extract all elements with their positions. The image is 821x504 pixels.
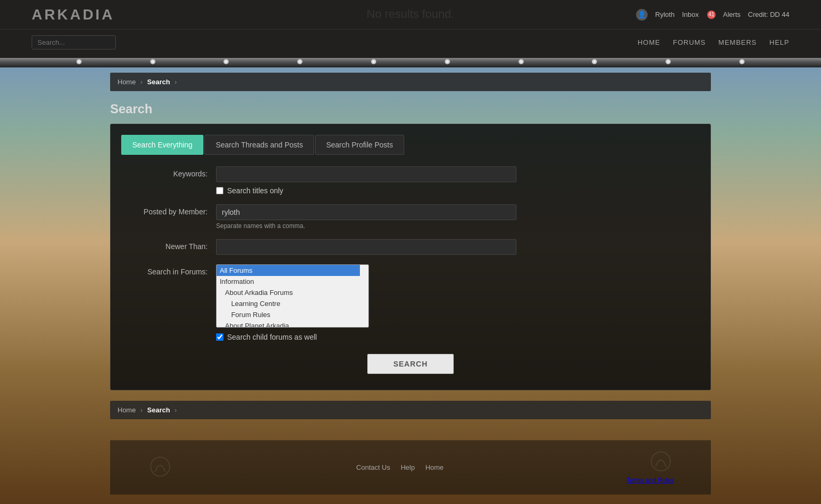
- footer-home-link[interactable]: Home: [425, 463, 444, 471]
- forum-option-planet: About Planet Arkadia: [217, 320, 360, 328]
- search-container: Search Everything Search Threads and Pos…: [110, 124, 711, 390]
- breadcrumb-top: Home › Search ›: [110, 73, 711, 91]
- search-button[interactable]: SEARCH: [367, 354, 453, 374]
- no-results-message: No results found.: [367, 7, 454, 21]
- forum-option-about-arkadia: About Arkadia Forums: [217, 287, 360, 298]
- forums-select[interactable]: All Forums Information About Arkadia For…: [216, 264, 369, 328]
- footer-links: Contact Us Help Home: [356, 463, 444, 471]
- svg-point-0: [151, 457, 170, 476]
- titles-only-label: Search titles only: [227, 186, 284, 195]
- search-forums-label: Search in Forums:: [121, 264, 216, 276]
- breadcrumb-separator-2: ›: [174, 78, 177, 86]
- forum-option-info: Information: [217, 276, 360, 287]
- footer-contact-link[interactable]: Contact Us: [356, 463, 390, 471]
- alerts-link[interactable]: Alerts: [723, 11, 740, 18]
- footer-icon-right: [648, 451, 674, 472]
- breadcrumb-separator-1: ›: [140, 78, 142, 86]
- username: Ryloth: [655, 11, 675, 18]
- bottom-sep-2: ›: [174, 406, 177, 414]
- footer: Contact Us Help Home Terms and Rules: [110, 440, 711, 495]
- keywords-input[interactable]: [216, 166, 516, 182]
- posted-by-input[interactable]: [216, 204, 516, 220]
- site-logo: ARKADIA: [32, 6, 114, 23]
- lights-decoration: [0, 58, 821, 67]
- inbox-badge: 41: [707, 11, 716, 19]
- svg-point-1: [651, 452, 670, 471]
- child-forums-checkbox[interactable]: [216, 333, 223, 341]
- nav-members[interactable]: MEMBERS: [718, 38, 757, 46]
- footer-logo-left: [147, 456, 173, 479]
- tab-search-everything[interactable]: Search Everything: [121, 135, 203, 155]
- nav-forums[interactable]: FORUMS: [673, 38, 706, 46]
- user-avatar-icon: 👤: [636, 9, 648, 21]
- forums-row: Search in Forums: All Forums Information…: [121, 264, 700, 341]
- breadcrumb-current: Search: [147, 78, 170, 86]
- bottom-sep-1: ›: [140, 406, 142, 414]
- posted-by-hint: Separate names with a comma.: [216, 222, 700, 230]
- breadcrumb-bottom: Home › Search ›: [110, 401, 711, 419]
- bottom-breadcrumb-current: Search: [147, 406, 170, 414]
- breadcrumb-home-link[interactable]: Home: [118, 78, 136, 86]
- nav-help[interactable]: HELP: [769, 38, 789, 46]
- search-button-row: SEARCH: [121, 354, 700, 374]
- forum-option-rules: Forum Rules: [217, 309, 360, 320]
- page-title: Search: [110, 102, 711, 116]
- newer-than-input[interactable]: [216, 239, 516, 255]
- inbox-link[interactable]: Inbox: [682, 11, 699, 18]
- newer-than-label: Newer Than:: [121, 239, 216, 251]
- tab-search-threads-posts[interactable]: Search Threads and Posts: [204, 135, 314, 155]
- titles-only-checkbox[interactable]: [216, 187, 223, 194]
- nav-home[interactable]: HOME: [638, 38, 660, 46]
- tab-search-profile-posts[interactable]: Search Profile Posts: [315, 135, 404, 155]
- bottom-breadcrumb-home-link[interactable]: Home: [118, 406, 136, 414]
- posted-by-label: Posted by Member:: [121, 204, 216, 216]
- footer-terms-link[interactable]: Terms and Rules: [627, 477, 674, 484]
- posted-by-row: Posted by Member: Separate names with a …: [121, 204, 700, 230]
- keywords-row: Keywords: Search titles only: [121, 166, 700, 195]
- search-tabs: Search Everything Search Threads and Pos…: [121, 135, 700, 155]
- newer-than-row: Newer Than:: [121, 239, 700, 255]
- footer-help-link[interactable]: Help: [400, 463, 415, 471]
- header-search-input[interactable]: [32, 35, 116, 50]
- credits-display: Credit: DD 44: [748, 11, 789, 18]
- keywords-label: Keywords:: [121, 166, 216, 178]
- forum-option-learning: Learning Centre: [217, 298, 360, 309]
- forum-option-all: All Forums: [217, 265, 360, 276]
- child-forums-label: Search child forums as well: [227, 333, 317, 341]
- footer-icon-left: [147, 456, 173, 477]
